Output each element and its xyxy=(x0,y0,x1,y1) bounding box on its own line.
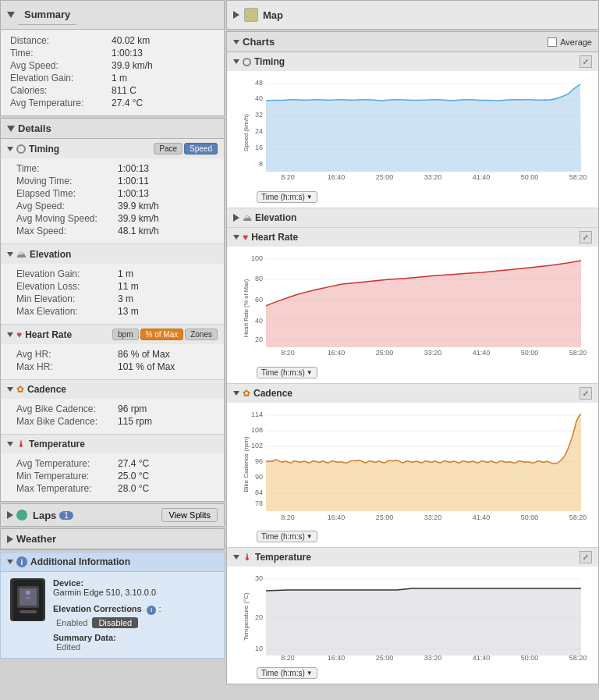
svg-text:8:20: 8:20 xyxy=(281,173,295,181)
cadence-time-dropdown[interactable]: Time (h:m:s) ▼ xyxy=(257,531,317,542)
svg-text:50:00: 50:00 xyxy=(521,349,539,357)
device-label: Device: xyxy=(53,578,214,588)
heartrate-chart-area: 100 80 60 40 20 Heart Rate (% of Max) xyxy=(227,247,598,383)
additional-info-icon: i xyxy=(16,556,27,567)
svg-text:50:00: 50:00 xyxy=(521,513,539,521)
elevation-toggle-row: Enabled Disabled xyxy=(53,617,214,628)
additional-content: ▦▪▪ Device: Garmin Edge 510, 3.10.0.0 El… xyxy=(1,572,224,658)
cadence-chart-collapse-icon xyxy=(233,391,239,396)
summary-row-calories: Calories: 811 C xyxy=(10,84,214,97)
timing-chart-expand-button[interactable]: ⤢ xyxy=(580,55,592,68)
svg-text:20: 20 xyxy=(255,613,263,621)
temperature-chart-expand-button[interactable]: ⤢ xyxy=(580,551,592,563)
svg-text:8:20: 8:20 xyxy=(281,654,295,662)
cadence-subheader: ✿ Cadence xyxy=(1,380,224,399)
laps-header[interactable]: Laps 1 View Splits xyxy=(1,504,224,526)
elevation-chart-header[interactable]: ⛰ Elevation xyxy=(227,208,598,227)
charts-title: Charts xyxy=(243,36,275,48)
svg-text:16:40: 16:40 xyxy=(328,513,346,521)
summary-section: Summary Distance: 40.02 km Time: 1:00:13… xyxy=(0,0,225,116)
heartrate-bpm-button[interactable]: bpm xyxy=(112,329,138,340)
timing-speed-button[interactable]: Speed xyxy=(184,143,218,155)
heartrate-subheader: ♥ Heart Rate bpm % of Max Zones xyxy=(1,325,224,344)
charts-header-left: Charts xyxy=(233,36,275,48)
heartrate-pctmax-button[interactable]: % of Max xyxy=(140,329,184,340)
cadence-chart-header[interactable]: ✿ Cadence ⤢ xyxy=(227,384,598,403)
svg-text:25:00: 25:00 xyxy=(376,513,394,521)
weather-header[interactable]: Weather xyxy=(1,529,224,549)
summary-data-value: Edited xyxy=(53,642,214,652)
elevation-subheader: ⛰ Elevation xyxy=(1,244,224,264)
details-header[interactable]: Details xyxy=(1,119,224,139)
heartrate-chart-header[interactable]: ♥ Heart Rate ⤢ xyxy=(227,228,598,247)
cadence-chart-expand-button[interactable]: ⤢ xyxy=(580,387,592,400)
summary-label-elevgain: Elevation Gain: xyxy=(10,73,112,84)
cadence-time-label: Time (h:m:s) xyxy=(261,532,305,541)
svg-text:32: 32 xyxy=(255,111,263,119)
temperature-subsection: 🌡 Temperature Avg Temperature:27.4 °C Mi… xyxy=(1,435,224,501)
disabled-toggle[interactable]: Disabled xyxy=(92,617,138,628)
additional-section: i Additional Information ▦▪▪ xyxy=(0,552,225,659)
temperature-time-dropdown[interactable]: Time (h:m:s) ▼ xyxy=(257,667,317,679)
temperature-chart-header[interactable]: 🌡 Temperature ⤢ xyxy=(227,548,598,567)
laps-title: Laps xyxy=(33,510,56,521)
cadence-row-max: Max Bike Cadence:115 rpm xyxy=(16,415,214,428)
timing-chart-header-left: Timing xyxy=(233,56,285,67)
svg-text:30: 30 xyxy=(255,574,263,582)
heartrate-chart-expand-button[interactable]: ⤢ xyxy=(580,231,592,243)
timing-chart-title: Timing xyxy=(254,56,285,67)
summary-value-elevgain: 1 m xyxy=(112,73,127,84)
timing-row-elapsedtime: Elapsed Time:1:00:13 xyxy=(16,187,214,200)
svg-text:100: 100 xyxy=(251,254,263,262)
summary-label-time: Time: xyxy=(10,48,112,59)
heartrate-zones-button[interactable]: Zones xyxy=(185,329,218,340)
svg-text:33:20: 33:20 xyxy=(424,513,442,521)
cadence-chart-area: 114 108 102 96 90 84 78 Bike Cadence (rp… xyxy=(227,403,598,547)
heartrate-chart-section: ♥ Heart Rate ⤢ 100 80 60 40 20 Heart Rat… xyxy=(227,228,598,384)
elevation-subsection: ⛰ Elevation Elevation Gain:1 m Elevation… xyxy=(1,244,224,325)
timing-time-label: Time (h:m:s) xyxy=(261,193,305,201)
map-section[interactable]: Map xyxy=(226,0,599,30)
heartrate-time-dropdown[interactable]: Time (h:m:s) ▼ xyxy=(257,367,317,378)
average-checkbox-group[interactable]: Average xyxy=(548,37,592,47)
summary-label-calories: Calories: xyxy=(10,85,112,96)
temperature-time-label: Time (h:m:s) xyxy=(261,669,305,677)
timing-chart-svg: 48 40 32 24 16 8 Speed (km/h) xyxy=(230,74,595,187)
elevation-row-max: Max Elevation:13 m xyxy=(16,305,214,318)
svg-text:16: 16 xyxy=(255,144,263,151)
timing-subsection: Timing Pace Speed Time:1:00:13 Moving Ti… xyxy=(1,139,224,244)
view-splits-button[interactable]: View Splits xyxy=(161,508,218,522)
elevation-chart-header-left: ⛰ Elevation xyxy=(233,212,296,223)
temperature-subheader-left: 🌡 Temperature xyxy=(7,439,85,449)
timing-row-avgspeed: Avg Speed:39.9 km/h xyxy=(16,200,214,212)
additional-header[interactable]: i Additional Information xyxy=(1,553,224,572)
cadence-chart-title: Cadence xyxy=(253,388,292,399)
svg-text:50:00: 50:00 xyxy=(521,173,539,181)
timing-time-dropdown[interactable]: Time (h:m:s) ▼ xyxy=(257,191,317,203)
average-label: Average xyxy=(560,37,592,47)
heartrate-buttons: bpm % of Max Zones xyxy=(112,329,218,340)
cadence-time-axis-row: Time (h:m:s) ▼ xyxy=(230,529,595,545)
summary-row-avgtemp: Avg Temperature: 27.4 °C xyxy=(10,97,214,109)
summary-value-time: 1:00:13 xyxy=(112,48,143,59)
weather-title: Weather xyxy=(16,533,56,545)
elevation-row-gain: Elevation Gain:1 m xyxy=(16,268,214,280)
temperature-chart-title: Temperature xyxy=(255,552,311,563)
elevation-collapse-icon xyxy=(7,252,13,257)
summary-label-distance: Distance: xyxy=(10,35,112,46)
elevation-chart-icon: ⛰ xyxy=(243,212,252,223)
summary-header[interactable]: Summary xyxy=(1,1,224,30)
cadence-row-avg: Avg Bike Cadence:96 rpm xyxy=(16,403,214,415)
timing-chart-header[interactable]: Timing ⤢ xyxy=(227,52,598,71)
laps-left: Laps 1 xyxy=(7,510,73,521)
details-collapse-icon xyxy=(7,126,15,132)
cadence-dropdown-arrow: ▼ xyxy=(307,533,313,540)
timing-pace-button[interactable]: Pace xyxy=(154,143,183,155)
svg-text:41:40: 41:40 xyxy=(473,349,491,357)
average-checkbox[interactable] xyxy=(548,37,557,47)
laps-section: Laps 1 View Splits xyxy=(0,503,225,527)
svg-text:48: 48 xyxy=(255,79,263,87)
svg-text:16:40: 16:40 xyxy=(328,173,346,181)
elevation-chart-title: Elevation xyxy=(255,212,296,223)
svg-text:102: 102 xyxy=(251,442,263,449)
